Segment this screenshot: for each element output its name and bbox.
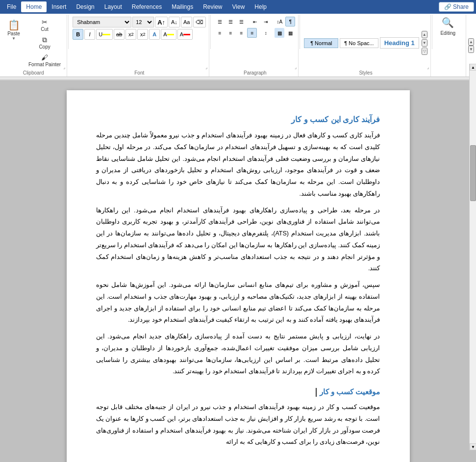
div1 — [68, 15, 69, 49]
scroll-down-button[interactable]: ▼ — [470, 443, 476, 450]
ribbon-group-clipboard: 📋 Paste ▼ ✂ Cut ⧉ Copy 🖌 Format P — [0, 15, 67, 77]
ribbon-group-styles: ¶ Normal ¶ No Spac... Heading 1 ▲ ▼ ▽ St… — [301, 15, 430, 77]
styles-more[interactable]: ▽ — [422, 48, 427, 55]
ruler — [0, 77, 476, 80]
cut-icon: ✂ — [42, 19, 48, 26]
document-page: فرآیند کاری این کسب و کار فرآیند کاری کس… — [67, 90, 410, 462]
text-effects-button[interactable]: A — [149, 29, 160, 40]
div2 — [210, 15, 211, 49]
underline-button[interactable]: U — [96, 29, 113, 40]
show-hide-button[interactable]: ¶ — [285, 17, 295, 26]
paragraph-label: Paragraph — [244, 69, 267, 76]
numbering-button[interactable]: ☰ — [225, 17, 235, 26]
multilevel-list-button[interactable]: ☰ — [236, 17, 246, 26]
menu-mailings[interactable]: Mailings — [167, 1, 198, 12]
text-cursor — [316, 388, 317, 397]
menu-file[interactable]: File — [2, 1, 21, 12]
menu-references[interactable]: References — [127, 1, 167, 12]
decrease-indent-button[interactable]: ⇤ — [250, 17, 260, 26]
div3 — [300, 15, 300, 49]
highlight-button[interactable]: A — [161, 29, 176, 40]
document-area: فرآیند کاری این کسب و کار فرآیند کاری کس… — [0, 80, 476, 462]
paragraph-expand[interactable]: ⌟ — [295, 65, 297, 70]
font-label: Font — [134, 69, 144, 76]
menu-review[interactable]: Review — [198, 1, 227, 12]
ribbon-group-editing: 🔍 Editing — [433, 15, 463, 77]
menu-bar: File Home Insert Design Layout Reference… — [0, 0, 476, 14]
sort-button[interactable]: ↕A — [275, 17, 284, 26]
style-heading1[interactable]: Heading 1 — [380, 37, 419, 49]
div4 — [432, 15, 432, 49]
share-button[interactable]: 🔗 Share — [439, 2, 474, 12]
styles-scroll-down[interactable]: ▼ — [422, 39, 427, 47]
center-button[interactable]: ≡ — [225, 28, 235, 38]
align-left-button[interactable]: ≡ — [215, 28, 225, 38]
bullets-button[interactable]: ☰ — [215, 17, 225, 26]
vertical-scrollbar: ▲ ▼ — [469, 80, 476, 450]
paragraph-2[interactable]: در مرحله بعد، طراحی و پیاده‌سازی راهکاره… — [96, 205, 380, 275]
superscript-button[interactable]: x2 — [137, 29, 148, 40]
align-right-button[interactable]: ≡ — [236, 28, 246, 38]
clipboard-label: Clipboard — [23, 69, 44, 76]
paste-button[interactable]: 📋 Paste ▼ — [3, 17, 25, 44]
font-color-strip — [183, 34, 190, 35]
font-name-select[interactable]: Shabnam — [73, 17, 131, 27]
clear-formatting-button[interactable]: ⌫ — [193, 17, 206, 27]
copy-button[interactable]: ⧉ Copy — [25, 34, 64, 51]
strikethrough-button[interactable]: ab — [114, 29, 125, 40]
ribbon: 📋 Paste ▼ ✂ Cut ⧉ Copy 🖌 Format P — [0, 14, 476, 77]
menu-view[interactable]: View — [227, 1, 250, 12]
font-expand[interactable]: ⌟ — [205, 65, 207, 70]
font-shrink-button[interactable]: A↓ — [169, 17, 180, 27]
menu-layout[interactable]: Layout — [100, 1, 127, 12]
ribbon-group-paragraph: ☰ ☰ ☰ ⇤ ⇥ ↕A ¶ ≡ ≡ ≡ ≡ ↕ — [212, 15, 299, 77]
style-nospace[interactable]: ¶ No Spac... — [340, 38, 378, 48]
format-painter-button[interactable]: 🖌 Format Painter — [25, 52, 64, 69]
format-painter-icon: 🖌 — [41, 54, 48, 61]
copy-icon: ⧉ — [42, 36, 47, 43]
increase-indent-button[interactable]: ⇥ — [261, 17, 271, 26]
clipboard-expand[interactable]: ⌟ — [63, 65, 65, 70]
paragraph-3[interactable]: سپس، آموزش و مشاوره برای تیم‌های منابع ا… — [96, 280, 380, 326]
ribbon-scroll-down[interactable]: ▼ — [468, 46, 474, 53]
font-color-button[interactable]: A — [177, 29, 193, 40]
scroll-thumb[interactable] — [470, 145, 476, 201]
ribbon-container: File Home Insert Design Layout Reference… — [0, 0, 476, 80]
styles-label: Styles — [359, 69, 372, 76]
menu-design[interactable]: Design — [71, 1, 99, 12]
paste-icon: 📋 — [8, 20, 20, 30]
menu-home[interactable]: Home — [21, 1, 47, 12]
styles-expand[interactable]: ⌟ — [427, 65, 429, 70]
subscript-button[interactable]: x2 — [125, 29, 136, 40]
heading-1: فرآیند کاری این کسب و کار — [96, 115, 380, 124]
menu-help[interactable]: Help — [250, 1, 272, 12]
font-grow-button[interactable]: A↑ — [155, 17, 168, 27]
ribbon-scroll-up[interactable]: ▲ — [468, 38, 474, 46]
styles-scroll-up[interactable]: ▲ — [422, 31, 427, 38]
menu-insert[interactable]: Insert — [47, 1, 71, 12]
bold-button[interactable]: B — [73, 29, 83, 40]
paragraph-1[interactable]: فرآیند کاری کسب و کارهای فعال در زمینه ب… — [96, 130, 380, 200]
italic-button[interactable]: I — [84, 29, 95, 40]
highlight-color — [167, 34, 174, 35]
paragraph-5[interactable]: موقعیت کسب و کار در زمینه بهبود فرآیندها… — [96, 402, 380, 448]
borders-button[interactable]: ▦ — [285, 28, 295, 38]
heading-2: موقعیت کسب و کار — [96, 387, 380, 397]
justify-button[interactable]: ≡ — [247, 28, 257, 38]
ribbon-group-font: Shabnam 12 A↑ A↓ Aa ⌫ B I U — [70, 15, 209, 77]
paragraph-4[interactable]: در نهایت، ارزیابی و پایش مستمر نتایج به … — [96, 331, 380, 378]
change-case-button[interactable]: Aa — [181, 17, 192, 27]
line-spacing-button[interactable]: ↕ — [261, 28, 271, 38]
editing-label: Editing — [440, 30, 455, 36]
style-normal[interactable]: ¶ Normal — [304, 38, 338, 48]
shading-button[interactable]: ▩ — [275, 28, 284, 38]
cut-button[interactable]: ✂ Cut — [25, 17, 64, 34]
font-size-select[interactable]: 12 — [132, 17, 154, 27]
underline-color — [102, 34, 110, 35]
editing-icon: 🔍 — [442, 17, 454, 28]
styles-gallery: ¶ Normal ¶ No Spac... Heading 1 ▲ ▼ ▽ — [304, 31, 427, 55]
